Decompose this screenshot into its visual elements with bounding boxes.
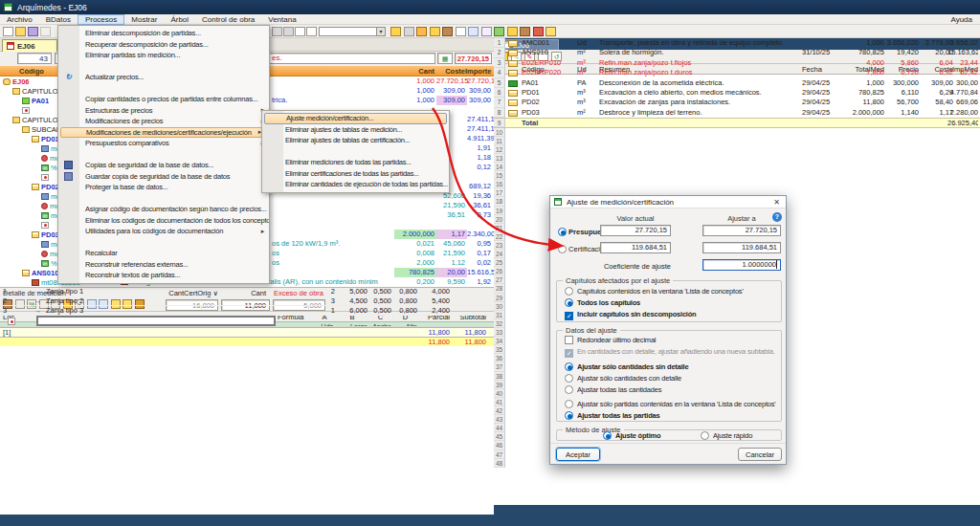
menu-item[interactable]: Eliminar partidas sin medición... <box>58 50 269 61</box>
menu-item[interactable]: Eliminar los códigos de documentación de… <box>58 215 269 227</box>
todas-partidas-option[interactable]: Ajustar todas las partidas <box>565 411 660 420</box>
menu-item[interactable]: Estructuras de precios ▸ <box>58 105 269 117</box>
codigo-cell[interactable]: PA01 <box>522 78 575 88</box>
resumen-cell[interactable]: Refin.man.zanja/pozo t.duros <box>599 68 800 77</box>
redondear-checkbox[interactable]: Redondear último decimal <box>565 336 656 344</box>
active-cell-input[interactable] <box>36 316 276 326</box>
solo-con-detalle-option[interactable]: Ajustar sólo cantidades con detalle <box>565 374 681 383</box>
incluir-sin-descomposicion-checkbox[interactable]: Incluir capítulos sin descomposición <box>565 310 697 320</box>
todos-capitulos-option[interactable]: Todos los capítulos <box>565 298 640 307</box>
tables-icon[interactable] <box>468 27 479 36</box>
table-row[interactable]: 7 PD02 m³ Excavación de zanjas para inst… <box>494 98 980 107</box>
menu-item[interactable]: Presupuestos comparativos ▸ <box>58 138 269 149</box>
table-row[interactable]: 2 ANS010 m² Solera de hormigón. 31/10/25… <box>494 48 980 57</box>
menubar-item[interactable]: Ventana <box>261 14 302 25</box>
aceptar-button[interactable]: Aceptar <box>556 448 600 461</box>
menu-item[interactable]: Proteger la base de datos... <box>58 182 269 193</box>
radio-icon[interactable] <box>565 362 573 371</box>
largo-cell[interactable]: 4,500 <box>337 296 368 306</box>
empty-row[interactable]: 10 <box>494 128 980 137</box>
chevron-down-icon[interactable]: ▾ <box>376 28 385 35</box>
codigo-cell[interactable]: AMC001 <box>522 38 575 48</box>
empty-row[interactable]: 11 <box>494 137 980 145</box>
menu-item[interactable]: Copias de seguridad de la base de datos.… <box>58 160 269 171</box>
radio-icon[interactable] <box>603 431 612 440</box>
radio-icon[interactable] <box>565 385 573 394</box>
menubar-item[interactable]: Árbol <box>164 14 195 25</box>
menubar-item[interactable]: Control de obra <box>195 14 261 25</box>
solo-partidas-ventana-option[interactable]: Ajustar sólo partidas contenidas en la v… <box>565 400 776 408</box>
help-icon[interactable] <box>546 27 556 36</box>
menu-item[interactable] <box>58 61 269 73</box>
notes-icon[interactable] <box>481 27 492 36</box>
menubar-item[interactable]: BDatos <box>39 14 78 25</box>
radio-icon[interactable] <box>565 287 573 296</box>
resumen-cell[interactable]: Desbroce y limpieza del terreno. <box>599 108 800 118</box>
menu-item[interactable]: Reconstruir textos de partidas... <box>58 270 269 281</box>
alto-cell[interactable]: 0,800 <box>393 287 417 296</box>
table-row[interactable]: 6 PD01 m³ Excavación a cielo abierto, co… <box>494 88 980 98</box>
menu-item[interactable]: Copiar cantidades o precios de partidas … <box>58 94 269 105</box>
ajuste-optimo-option[interactable]: Ajuste óptimo <box>603 431 660 440</box>
submenu-item[interactable]: Ajuste medición/certificación... <box>264 113 447 124</box>
price-structure-icon[interactable] <box>272 27 282 36</box>
concepts-list-icon[interactable] <box>390 27 401 36</box>
menu-item[interactable]: Eliminar descomposición de partidas... <box>58 28 269 39</box>
empty-row[interactable]: 14 <box>494 163 980 171</box>
menu-item[interactable]: Asignar código de documentación según ba… <box>58 204 269 215</box>
alto-cell[interactable]: 0,800 <box>393 306 417 316</box>
menu-item[interactable]: Guardar copia de seguridad de la base de… <box>58 171 269 183</box>
save-database-icon[interactable] <box>28 27 38 36</box>
row-count-box[interactable]: 43 <box>17 53 52 64</box>
radio-icon[interactable] <box>558 245 567 253</box>
ajuste-rapido-option[interactable]: Ajuste rápido <box>701 431 752 440</box>
ancho-cell[interactable]: 0,500 <box>369 296 391 306</box>
menu-item[interactable]: Recalcular <box>58 248 269 259</box>
menubar-item[interactable]: Mostrar <box>124 14 164 25</box>
menubar-item-ayuda[interactable]: Ayuda <box>950 14 972 25</box>
detail-row[interactable]: 2 → Zanja tipo 2 3 4,500 0,500 0,800 5,4… <box>0 296 494 306</box>
uds-cell[interactable]: 3 <box>314 296 335 306</box>
table-row[interactable]: 4 E02ERP020 m³ Refin.man.zanja/pozo t.du… <box>494 68 980 77</box>
radio-icon[interactable] <box>565 411 573 420</box>
submenu-item[interactable]: Eliminar ajustes de tablas de medición..… <box>262 124 449 136</box>
resumen-cell[interactable]: Excavación de zanjas para instalaciones. <box>599 98 800 107</box>
new-database-icon[interactable] <box>3 27 13 36</box>
codigo-cell[interactable]: ANS010 <box>522 48 575 57</box>
window-cascade-icon[interactable] <box>295 27 305 36</box>
radio-icon[interactable] <box>701 431 709 440</box>
table-row[interactable]: 1 AMC001 Ud Transporte, puesta en obra y… <box>494 38 980 48</box>
export-icon[interactable] <box>533 27 544 36</box>
toolbar-combo[interactable]: ▾ <box>319 27 386 36</box>
detail-row[interactable]: 1 → Zanja tipo 1 2 5,000 0,500 0,800 4,0… <box>0 287 494 296</box>
comment-cell[interactable]: Zanja tipo 3 <box>46 306 83 316</box>
solo-sin-detalle-option[interactable]: Ajustar sólo cantidades sin detalle <box>565 362 688 371</box>
documents-icon[interactable] <box>507 27 518 36</box>
gantt-icon[interactable] <box>494 27 504 36</box>
open-database-icon[interactable] <box>15 27 26 36</box>
empty-row[interactable]: 12 <box>494 145 980 154</box>
submenu-item[interactable]: Eliminar mediciones de todas las partida… <box>262 157 449 168</box>
coeficiente-input[interactable]: 1.0000000 <box>702 259 781 271</box>
codigo-cell[interactable]: PD02 <box>522 98 575 107</box>
radio-icon[interactable] <box>565 298 573 307</box>
empty-row[interactable]: 15 <box>494 171 980 180</box>
tab-ej06-left[interactable]: EJ06 <box>2 39 57 52</box>
checkbox-icon[interactable] <box>565 312 573 320</box>
menu-item[interactable]: Actualizar precios... <box>58 72 269 83</box>
menubar-item[interactable]: Procesos <box>78 14 124 25</box>
uds-cell[interactable]: 2 <box>314 287 335 296</box>
submenu-item[interactable]: Eliminar certificaciones de todas las pa… <box>262 168 449 180</box>
table-row[interactable]: 9 Total 26.925,40 <box>494 118 980 127</box>
table-row[interactable]: 3 E02ERP010 m³ Refin.man.zanja/pozo t.fl… <box>494 58 980 68</box>
resumen-cell[interactable]: Desconexión de la acometida eléctrica. <box>599 78 800 88</box>
col-codigo[interactable]: Código <box>19 67 44 76</box>
codigo-cell[interactable]: PD01 <box>522 88 575 98</box>
empty-row[interactable]: 13 <box>494 154 980 163</box>
menu-item[interactable] <box>58 237 269 249</box>
table-row[interactable]: 5 PA01 PA Desconexión de la acometida el… <box>494 78 980 88</box>
codigo-cell[interactable]: E02ERP020 <box>522 68 575 77</box>
empty-row[interactable]: 16 <box>494 180 980 188</box>
check-budget-icon[interactable] <box>416 27 427 36</box>
resumen-cell[interactable]: Refin.man.zanja/pozo t.flojos <box>599 58 800 68</box>
